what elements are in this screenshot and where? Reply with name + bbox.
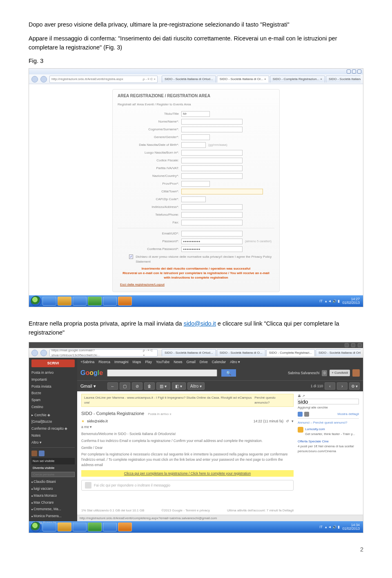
- presence-on[interactable]: Diventa visibile: [31, 465, 75, 471]
- input-confirm-password[interactable]: ●●●●●●●●●●: [181, 246, 243, 252]
- start-button[interactable]: [31, 522, 41, 532]
- mail-more-icon[interactable]: ▾: [292, 419, 294, 424]
- folder-important[interactable]: Importanti: [31, 377, 75, 383]
- input-name[interactable]: [181, 119, 243, 125]
- to-line[interactable]: a me ▾: [81, 424, 92, 430]
- input-born-in[interactable]: [181, 150, 243, 156]
- search-input[interactable]: [107, 369, 217, 377]
- select-prov[interactable]: [181, 181, 210, 187]
- ads-header[interactable]: Annunci – Perché questi annunci?: [298, 420, 359, 425]
- from-address[interactable]: sido@sido.it: [87, 419, 108, 424]
- taskbar-word-icon[interactable]: [103, 522, 117, 531]
- tray-icons[interactable]: ▴ ◄ 🔊 ▮: [325, 524, 340, 530]
- input-vat[interactable]: [181, 165, 243, 171]
- maximize-icon[interactable]: [352, 69, 356, 74]
- address-bar[interactable]: http://registrazioni.sido.it/AreaEventi/…: [49, 76, 158, 83]
- ad-title[interactable]: Offerta Speciale Cine: [298, 439, 359, 444]
- start-button[interactable]: [31, 296, 41, 306]
- people-search-input[interactable]: [298, 399, 359, 404]
- move-to-icon[interactable]: ▥ ▾: [156, 382, 170, 390]
- label-item[interactable]: [Gmail]Bozze: [31, 419, 75, 425]
- complete-registration-link[interactable]: Clicca qui per completare la registrazio…: [81, 470, 294, 477]
- spam-icon[interactable]: ⊘: [132, 382, 143, 390]
- gnav-item[interactable]: Calendar: [212, 359, 226, 365]
- label-item[interactable]: Notes: [31, 433, 75, 439]
- tray-clock[interactable]: 14:3401/02/2013: [342, 523, 360, 531]
- reply-icon[interactable]: ↺: [286, 419, 289, 424]
- taskbar-outlook-icon[interactable]: [118, 522, 132, 531]
- forward-icon[interactable]: [40, 76, 47, 83]
- tray-lang[interactable]: IT: [319, 524, 323, 530]
- forward-icon[interactable]: [40, 350, 47, 356]
- inbox-label[interactable]: Posta in arrivo x: [148, 412, 171, 416]
- prev-icon[interactable]: ‹: [325, 382, 335, 390]
- gnav-item[interactable]: Altro ▾: [230, 359, 240, 365]
- browser-tab[interactable]: SIDO - Completa Registrazi...: [266, 349, 315, 356]
- contact-item[interactable]: Monica Pansera...: [31, 513, 75, 519]
- compose-button[interactable]: SCRIVI: [31, 359, 75, 367]
- gnav-item[interactable]: News: [174, 359, 182, 365]
- share-button[interactable]: + Condividi: [330, 370, 350, 376]
- avatar[interactable]: [352, 369, 360, 377]
- label-item[interactable]: Conferme di recapito ◈: [31, 426, 75, 432]
- sido-email-link[interactable]: sido@sido.it: [184, 320, 216, 327]
- tray-icons[interactable]: ▴ ◄ 🔊 ▮: [325, 299, 340, 304]
- taskbar-explorer-icon[interactable]: [58, 522, 71, 531]
- taskbar-excel-icon[interactable]: [88, 522, 102, 531]
- logout-link[interactable]: Esci dalla registrazione/Logout: [120, 282, 165, 287]
- gnav-item[interactable]: Ricerca: [98, 359, 110, 365]
- gnav-item[interactable]: Play: [145, 359, 152, 365]
- add-to-circles-link[interactable]: Aggiungi alle cerchie: [298, 405, 359, 410]
- input-fax[interactable]: [181, 220, 243, 225]
- address-bar[interactable]: https://mail.google.com/mail/?shva=1#inb…: [49, 349, 158, 357]
- settings-gear-icon[interactable]: ⚙ ▾: [349, 382, 360, 390]
- user-name[interactable]: Sabrina Salvaneschi: [288, 370, 320, 376]
- ad-title[interactable]: Lumosity.com: [305, 427, 355, 432]
- tray-lang[interactable]: IT: [319, 299, 323, 304]
- back-icon[interactable]: [31, 350, 38, 356]
- folder-sent[interactable]: Posta inviata: [31, 384, 75, 390]
- input-birthdate[interactable]: [181, 142, 206, 148]
- ad-why-link[interactable]: Perché questo annuncio?: [254, 395, 291, 405]
- presence-off[interactable]: Non sei visibile: [31, 458, 75, 464]
- notifications-badge[interactable]: 0: [322, 370, 327, 376]
- labels-icon[interactable]: ◧ ▾: [172, 382, 186, 390]
- back-icon[interactable]: [31, 76, 38, 83]
- contact-item[interactable]: luigi vaccaro: [31, 486, 75, 492]
- close-icon[interactable]: [357, 69, 361, 74]
- select-title[interactable]: Mr: [181, 111, 210, 117]
- folder-spam[interactable]: Spam: [31, 397, 75, 403]
- mail-icon[interactable]: [298, 412, 303, 417]
- circles-header[interactable]: ▸ Cerchie ◈: [31, 412, 75, 418]
- minimize-icon[interactable]: [345, 343, 349, 347]
- tray-clock[interactable]: 14:2701/02/2013: [342, 297, 360, 305]
- show-details-link[interactable]: Mostra dettagli: [338, 412, 359, 417]
- folder-inbox[interactable]: Posta in arrivo: [31, 370, 75, 376]
- input-password[interactable]: ●●●●●●●●●●: [181, 239, 243, 244]
- gnav-item[interactable]: +Sabrina: [80, 359, 94, 365]
- input-zip[interactable]: [181, 196, 206, 202]
- taskbar-ie-icon[interactable]: [42, 297, 56, 306]
- reply-box[interactable]: Fai clic qui per rispondere o inoltrare …: [81, 480, 294, 491]
- select-country[interactable]: [181, 173, 243, 179]
- gnav-item[interactable]: Drive: [200, 359, 208, 365]
- search-people-input[interactable]: [31, 472, 75, 477]
- browser-tab[interactable]: SIDO - Società Italiana di Ortod...: [162, 349, 216, 356]
- gnav-item[interactable]: YouTube: [156, 359, 169, 365]
- gnav-item[interactable]: Immagini: [114, 359, 128, 365]
- gnav-item[interactable]: Gmail: [187, 359, 196, 365]
- back-to-inbox-icon[interactable]: ←: [107, 382, 118, 390]
- popout-icon[interactable]: ↗: [302, 394, 305, 399]
- taskbar-app-icon[interactable]: [73, 522, 87, 531]
- browser-tab[interactable]: SIDO - Società Italiana di O...: [217, 349, 265, 356]
- input-phone[interactable]: [181, 212, 243, 218]
- folder-trash[interactable]: Cestino: [31, 404, 75, 410]
- browser-tab[interactable]: SIDO - Società Italiana di Ortod...: [326, 76, 361, 83]
- search-button[interactable]: 🔍: [221, 369, 236, 377]
- gmail-dropdown[interactable]: Gmail ▾: [80, 383, 96, 390]
- gnav-item[interactable]: Maps: [133, 359, 141, 365]
- contact-item[interactable]: Cremonese, Ma...: [31, 506, 75, 512]
- checkbox-privacy[interactable]: ✓: [129, 254, 133, 259]
- contact-item[interactable]: Max Chorare: [31, 500, 75, 506]
- browser-tab[interactable]: SIDO - Completa Registrazion... ×: [270, 76, 325, 83]
